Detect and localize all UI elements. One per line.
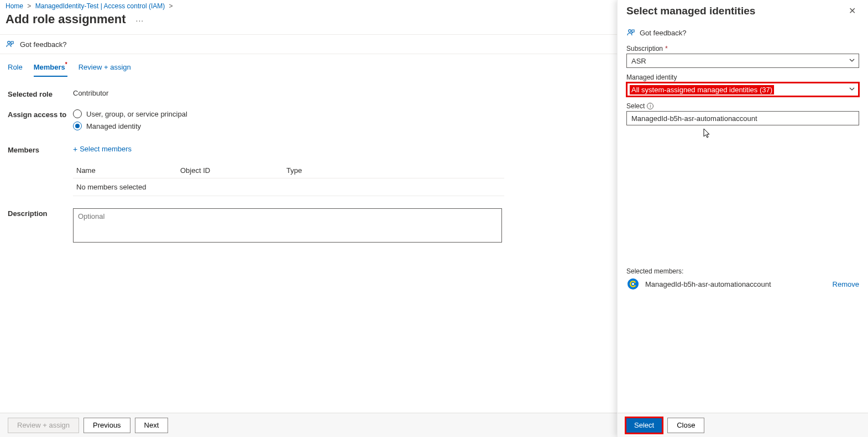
breadcrumb-home[interactable]: Home xyxy=(6,2,23,10)
col-object-id: Object ID xyxy=(180,166,286,175)
select-button[interactable]: Select xyxy=(626,418,662,433)
tabs: Role Members* Review + assign xyxy=(0,54,617,77)
subscription-label: Subscription * xyxy=(626,45,859,52)
description-textarea[interactable] xyxy=(73,208,502,243)
select-label: Select i xyxy=(626,102,859,110)
selected-role-value: Contributor xyxy=(73,89,504,98)
tab-members[interactable]: Members* xyxy=(34,63,67,77)
feedback-icon xyxy=(6,40,14,49)
feedback-icon xyxy=(626,28,635,37)
breadcrumb-separator: > xyxy=(169,2,173,10)
breadcrumb: Home > ManagedIdentity-Test | Access con… xyxy=(0,0,617,10)
bottom-action-bar: Review + assign Previous Next xyxy=(0,413,617,437)
select-members-label: Select members xyxy=(80,145,132,153)
tab-members-label: Members xyxy=(34,63,65,71)
svg-point-3 xyxy=(632,283,634,285)
mouse-cursor xyxy=(703,128,711,139)
panel-footer: Select Close xyxy=(618,413,868,437)
selected-role-label: Selected role xyxy=(8,89,73,98)
radio-icon xyxy=(73,109,82,118)
managed-identity-label: Managed identity xyxy=(626,73,859,81)
subscription-select[interactable]: ASR xyxy=(626,54,859,68)
subscription-value: ASR xyxy=(631,57,646,65)
page-title: Add role assignment xyxy=(6,12,126,27)
breadcrumb-separator: > xyxy=(27,2,31,10)
radio-user-principal[interactable]: User, group, or service principal xyxy=(73,109,504,118)
select-managed-identities-panel: Select managed identities ✕ Got feedback… xyxy=(617,0,868,437)
review-assign-button: Review + assign xyxy=(8,418,79,433)
panel-title: Select managed identities xyxy=(626,5,755,17)
automation-account-icon xyxy=(626,277,640,291)
feedback-link[interactable]: Got feedback? xyxy=(6,40,67,49)
description-label: Description xyxy=(8,208,73,244)
managed-identity-value: All system-assigned managed identities (… xyxy=(630,85,774,94)
breadcrumb-resource[interactable]: ManagedIdentity-Test | Access control (I… xyxy=(35,2,165,10)
select-members-link[interactable]: + Select members xyxy=(73,145,504,153)
chevron-down-icon xyxy=(849,57,855,64)
close-button[interactable]: Close xyxy=(667,418,704,433)
svg-point-1 xyxy=(629,30,631,33)
info-icon[interactable]: i xyxy=(647,103,653,109)
panel-feedback-link[interactable]: Got feedback? xyxy=(626,28,859,37)
svg-point-0 xyxy=(8,41,11,44)
col-name: Name xyxy=(73,166,180,175)
feedback-label: Got feedback? xyxy=(20,40,67,49)
plus-icon: + xyxy=(73,145,77,153)
panel-feedback-label: Got feedback? xyxy=(640,29,687,37)
radio-managed-identity[interactable]: Managed identity xyxy=(73,122,504,130)
radio-icon xyxy=(73,122,82,130)
radio-user-label: User, group, or service principal xyxy=(86,110,187,118)
close-icon[interactable]: ✕ xyxy=(846,3,858,18)
previous-button[interactable]: Previous xyxy=(83,418,130,433)
chevron-down-icon xyxy=(849,86,855,92)
tab-review[interactable]: Review + assign xyxy=(79,63,131,77)
assign-access-label: Assign access to xyxy=(8,109,73,134)
remove-member-link[interactable]: Remove xyxy=(833,280,859,288)
next-button[interactable]: Next xyxy=(135,418,169,433)
selected-member-row: ManagedId-b5h-asr-automationaccount Remo… xyxy=(626,277,859,291)
selected-member-name: ManagedId-b5h-asr-automationaccount xyxy=(645,280,771,288)
more-menu[interactable]: ··· xyxy=(136,16,144,25)
col-type: Type xyxy=(286,166,393,175)
tab-role[interactable]: Role xyxy=(8,63,23,77)
select-input[interactable] xyxy=(626,111,859,125)
members-label: Members xyxy=(8,145,73,196)
members-empty: No members selected xyxy=(73,178,504,196)
members-table-header: Name Object ID Type xyxy=(73,166,504,178)
selected-members-label: Selected members: xyxy=(626,267,859,275)
required-indicator: * xyxy=(65,61,67,67)
radio-mi-label: Managed identity xyxy=(86,122,141,130)
managed-identity-select[interactable]: All system-assigned managed identities (… xyxy=(626,82,859,97)
